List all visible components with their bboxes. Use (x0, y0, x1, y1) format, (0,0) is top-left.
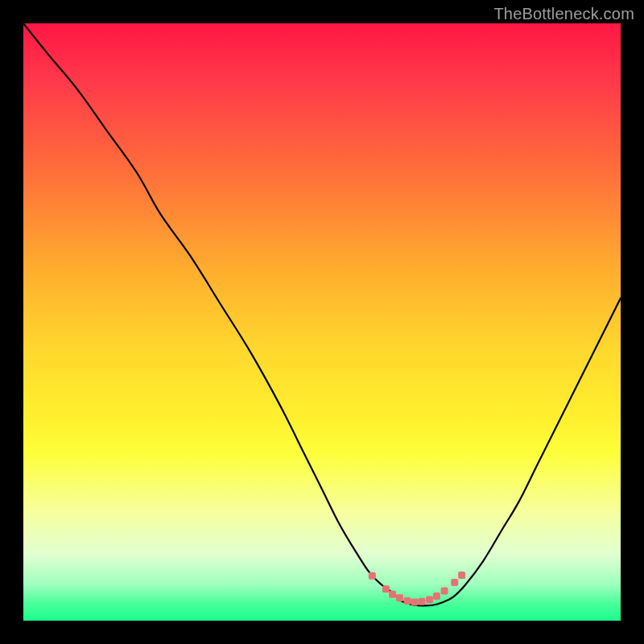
highlight-marker (389, 591, 396, 598)
bottleneck-curve (23, 23, 621, 605)
chart-frame: TheBottleneck.com (0, 0, 644, 644)
highlight-marker (369, 572, 376, 580)
attribution-text: TheBottleneck.com (493, 5, 634, 23)
highlight-markers (369, 572, 465, 605)
highlight-marker (396, 594, 403, 601)
highlight-marker (404, 597, 411, 605)
highlight-marker (418, 598, 425, 605)
plot-area (23, 23, 621, 621)
highlight-marker (451, 579, 458, 586)
highlight-marker (382, 585, 390, 592)
bottleneck-chart (23, 23, 621, 621)
highlight-marker (426, 597, 433, 604)
highlight-marker (441, 587, 448, 594)
highlight-marker (458, 572, 465, 579)
highlight-marker (433, 592, 440, 600)
highlight-marker (411, 599, 419, 606)
